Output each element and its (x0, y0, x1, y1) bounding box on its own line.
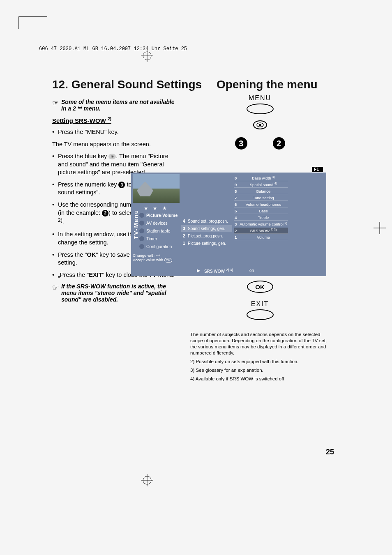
fold-mark-bottom (141, 474, 153, 486)
tv-center-row: 1Picture settings, gen. (181, 240, 232, 246)
exit-key-label: EXIT (190, 300, 330, 308)
svg-point-7 (259, 124, 261, 126)
exit-button-shape (247, 309, 274, 320)
tv-center-row: 4Sound set.,prog.posn. (181, 218, 232, 224)
ok-button-shape: OK (247, 281, 273, 293)
tv-right-row: 8Balance (234, 188, 288, 194)
tv-right-row: 4Treble (234, 214, 288, 221)
subheading: Setting SRS-WOW 2) (52, 117, 179, 124)
tv-hint: Change with − + Accept value with OK (133, 253, 180, 263)
step-1-result: The TV menu appears on the screen. (52, 140, 179, 149)
tv-center-row: 3Sound settings, gen. (181, 225, 232, 232)
tv-side-item: AV devices (139, 221, 180, 226)
numeric-key-2-icon: 2 (102, 210, 108, 216)
numeric-key-3-icon: 3 (118, 182, 125, 188)
print-header: 606 47 2030.A1 ML GB 16.04.2007 12:34 Uh… (39, 46, 187, 52)
remote-key-3: 3 (235, 137, 247, 150)
tv-side-item: Timer (139, 236, 180, 241)
tv-side-item: Station table (139, 228, 180, 233)
tv-center-row: 2Pict.set.,prog.posn. (181, 233, 232, 239)
tv-preview-thumbnail (133, 174, 180, 203)
remote-key-2: 2 (273, 137, 285, 150)
tv-side-item: Configuration (139, 244, 180, 249)
tv-right-row: 5Bass (234, 208, 288, 214)
tv-right-row: 3Automatic volume control 3) (234, 221, 288, 227)
step-1: • Press the "MENU" key. (52, 128, 179, 136)
tv-right-row: 2SRS WOW 2) 3) (234, 228, 288, 234)
side-crosshair (374, 222, 386, 234)
page-number: 25 (326, 448, 334, 456)
stars-icon: ★ ★ ★ (133, 205, 180, 211)
tv-menu-screenshot: F1 ★ ★ ★ TV-Menu Picture-VolumeAV device… (131, 173, 326, 276)
tv-menu-footer: ▶ SRS WOW 2) 3) on (197, 268, 304, 274)
fold-mark-top (141, 50, 153, 62)
tv-right-row: 9Spatial sound 4) (234, 182, 288, 188)
tv-side-item: Picture-Volume (139, 213, 180, 218)
note-text: Some of the menu items are not available… (61, 99, 179, 112)
chapter-title: 12. General Sound Settings Opening the m… (52, 78, 330, 91)
footnotes: The number of subjects and sections depe… (190, 332, 330, 382)
tv-menu-side-label: TV-Menu (133, 210, 139, 239)
menu-key-label: MENU (190, 94, 330, 102)
tv-right-row: 1Volume (234, 234, 288, 240)
f1-tag: F1 (312, 167, 323, 172)
tv-right-row: 6Volume headphones (234, 201, 288, 207)
crop-mark (18, 16, 47, 29)
hand-pointer-icon: ☞ (52, 99, 59, 112)
hand-pointer-icon: ☞ (52, 283, 59, 303)
menu-button-shape (247, 104, 274, 114)
blue-key-icon: ◉ (108, 154, 116, 159)
eye-button-icon (253, 120, 267, 130)
tv-right-row: 0Base width 4) (234, 175, 288, 181)
note-text-2: If the SRS-WOW function is active, the m… (61, 283, 179, 303)
tv-right-row: 7Tone setting (234, 195, 288, 201)
